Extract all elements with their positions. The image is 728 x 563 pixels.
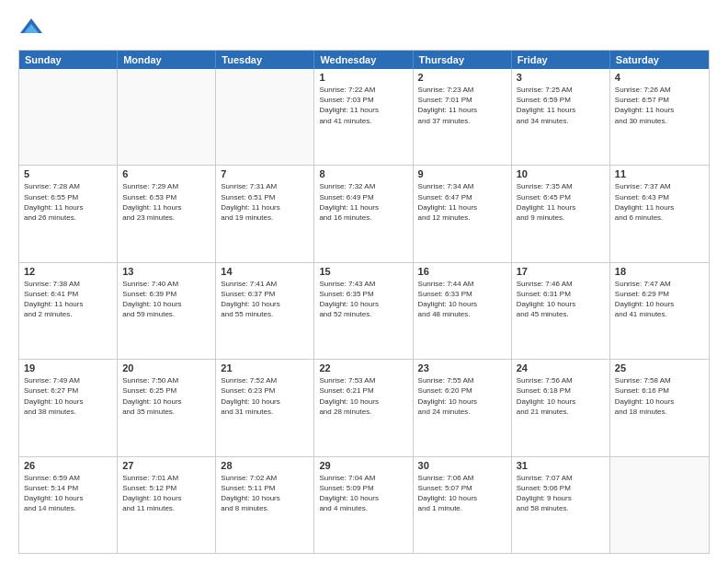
calendar-row: 5Sunrise: 7:28 AM Sunset: 6:55 PM Daylig… (19, 165, 709, 261)
cell-info: Sunrise: 7:38 AM Sunset: 6:41 PM Dayligh… (24, 279, 112, 320)
calendar-cell: 4Sunrise: 7:26 AM Sunset: 6:57 PM Daylig… (610, 69, 709, 165)
cell-info: Sunrise: 7:31 AM Sunset: 6:51 PM Dayligh… (221, 181, 309, 223)
page: SundayMondayTuesdayWednesdayThursdayFrid… (0, 0, 728, 563)
day-number: 15 (319, 266, 407, 277)
cell-info: Sunrise: 7:52 AM Sunset: 6:23 PM Dayligh… (221, 375, 309, 417)
day-number: 30 (418, 460, 506, 471)
calendar-cell: 13Sunrise: 7:40 AM Sunset: 6:39 PM Dayli… (118, 263, 216, 359)
calendar-cell: 7Sunrise: 7:31 AM Sunset: 6:51 PM Daylig… (216, 166, 314, 261)
calendar-cell: 31Sunrise: 7:07 AM Sunset: 5:06 PM Dayli… (512, 457, 610, 553)
day-number: 12 (24, 266, 112, 277)
day-number: 7 (221, 168, 309, 179)
cell-info: Sunrise: 7:47 AM Sunset: 6:29 PM Dayligh… (615, 279, 704, 320)
calendar-cell: 29Sunrise: 7:04 AM Sunset: 5:09 PM Dayli… (314, 457, 413, 553)
cell-info: Sunrise: 7:02 AM Sunset: 5:11 PM Dayligh… (221, 473, 309, 514)
day-number: 22 (319, 362, 407, 373)
calendar-header: SundayMondayTuesdayWednesdayThursdayFrid… (19, 51, 709, 69)
day-number: 6 (122, 168, 210, 179)
calendar-row: 12Sunrise: 7:38 AM Sunset: 6:41 PM Dayli… (19, 262, 709, 359)
day-number: 25 (615, 362, 704, 373)
weekday-header: Sunday (19, 51, 118, 69)
calendar: SundayMondayTuesdayWednesdayThursdayFrid… (18, 50, 710, 554)
calendar-cell: 5Sunrise: 7:28 AM Sunset: 6:55 PM Daylig… (19, 166, 118, 261)
cell-info: Sunrise: 7:46 AM Sunset: 6:31 PM Dayligh… (517, 279, 605, 320)
day-number: 21 (221, 362, 309, 373)
calendar-cell: 23Sunrise: 7:55 AM Sunset: 6:20 PM Dayli… (414, 360, 512, 455)
calendar-row: 19Sunrise: 7:49 AM Sunset: 6:27 PM Dayli… (19, 359, 709, 455)
day-number: 8 (319, 168, 407, 179)
cell-info: Sunrise: 7:44 AM Sunset: 6:33 PM Dayligh… (418, 279, 506, 320)
calendar-cell: 20Sunrise: 7:50 AM Sunset: 6:25 PM Dayli… (118, 360, 216, 455)
calendar-cell: 30Sunrise: 7:06 AM Sunset: 5:07 PM Dayli… (414, 457, 512, 553)
calendar-cell: 22Sunrise: 7:53 AM Sunset: 6:21 PM Dayli… (314, 360, 413, 455)
cell-info: Sunrise: 7:23 AM Sunset: 7:01 PM Dayligh… (418, 85, 506, 126)
day-number: 14 (221, 266, 309, 277)
calendar-cell: 24Sunrise: 7:56 AM Sunset: 6:18 PM Dayli… (512, 360, 610, 455)
day-number: 2 (418, 72, 506, 83)
calendar-cell: 12Sunrise: 7:38 AM Sunset: 6:41 PM Dayli… (19, 263, 118, 359)
day-number: 16 (418, 266, 506, 277)
day-number: 27 (122, 460, 210, 471)
day-number: 29 (319, 460, 407, 471)
calendar-cell: 17Sunrise: 7:46 AM Sunset: 6:31 PM Dayli… (512, 263, 610, 359)
cell-info: Sunrise: 7:37 AM Sunset: 6:43 PM Dayligh… (615, 181, 704, 223)
calendar-cell: 21Sunrise: 7:52 AM Sunset: 6:23 PM Dayli… (216, 360, 314, 455)
calendar-cell: 28Sunrise: 7:02 AM Sunset: 5:11 PM Dayli… (216, 457, 314, 553)
cell-info: Sunrise: 7:56 AM Sunset: 6:18 PM Dayligh… (517, 375, 605, 417)
calendar-cell: 27Sunrise: 7:01 AM Sunset: 5:12 PM Dayli… (118, 457, 216, 553)
calendar-cell (610, 457, 709, 553)
header (18, 15, 710, 40)
day-number: 24 (517, 362, 605, 373)
cell-info: Sunrise: 7:22 AM Sunset: 7:03 PM Dayligh… (319, 85, 407, 126)
day-number: 23 (418, 362, 506, 373)
calendar-cell: 6Sunrise: 7:29 AM Sunset: 6:53 PM Daylig… (118, 166, 216, 261)
day-number: 26 (24, 460, 112, 471)
cell-info: Sunrise: 7:07 AM Sunset: 5:06 PM Dayligh… (517, 473, 605, 514)
day-number: 20 (122, 362, 210, 373)
cell-info: Sunrise: 7:06 AM Sunset: 5:07 PM Dayligh… (418, 473, 506, 514)
calendar-cell: 18Sunrise: 7:47 AM Sunset: 6:29 PM Dayli… (610, 263, 709, 359)
logo (18, 15, 48, 40)
day-number: 17 (517, 266, 605, 277)
calendar-cell: 14Sunrise: 7:41 AM Sunset: 6:37 PM Dayli… (216, 263, 314, 359)
calendar-cell: 1Sunrise: 7:22 AM Sunset: 7:03 PM Daylig… (314, 69, 413, 165)
calendar-cell: 25Sunrise: 7:58 AM Sunset: 6:16 PM Dayli… (610, 360, 709, 455)
calendar-cell: 3Sunrise: 7:25 AM Sunset: 6:59 PM Daylig… (512, 69, 610, 165)
day-number: 9 (418, 168, 506, 179)
cell-info: Sunrise: 7:49 AM Sunset: 6:27 PM Dayligh… (24, 375, 112, 417)
weekday-header: Friday (512, 51, 610, 69)
calendar-cell: 19Sunrise: 7:49 AM Sunset: 6:27 PM Dayli… (19, 360, 118, 455)
weekday-header: Thursday (414, 51, 512, 69)
day-number: 19 (24, 362, 112, 373)
cell-info: Sunrise: 7:53 AM Sunset: 6:21 PM Dayligh… (319, 375, 407, 417)
cell-info: Sunrise: 7:43 AM Sunset: 6:35 PM Dayligh… (319, 279, 407, 320)
weekday-header: Tuesday (216, 51, 314, 69)
cell-info: Sunrise: 7:34 AM Sunset: 6:47 PM Dayligh… (418, 181, 506, 223)
day-number: 1 (319, 72, 407, 83)
cell-info: Sunrise: 6:59 AM Sunset: 5:14 PM Dayligh… (24, 473, 112, 514)
calendar-cell: 10Sunrise: 7:35 AM Sunset: 6:45 PM Dayli… (512, 166, 610, 261)
cell-info: Sunrise: 7:40 AM Sunset: 6:39 PM Dayligh… (122, 279, 210, 320)
logo-icon (18, 15, 44, 40)
day-number: 28 (221, 460, 309, 471)
cell-info: Sunrise: 7:04 AM Sunset: 5:09 PM Dayligh… (319, 473, 407, 514)
day-number: 4 (615, 72, 704, 83)
calendar-cell (118, 69, 216, 165)
cell-info: Sunrise: 7:35 AM Sunset: 6:45 PM Dayligh… (517, 181, 605, 223)
calendar-cell: 9Sunrise: 7:34 AM Sunset: 6:47 PM Daylig… (414, 166, 512, 261)
calendar-cell (19, 69, 118, 165)
calendar-cell: 15Sunrise: 7:43 AM Sunset: 6:35 PM Dayli… (314, 263, 413, 359)
calendar-body: 1Sunrise: 7:22 AM Sunset: 7:03 PM Daylig… (19, 69, 709, 553)
day-number: 11 (615, 168, 704, 179)
calendar-cell: 11Sunrise: 7:37 AM Sunset: 6:43 PM Dayli… (610, 166, 709, 261)
calendar-cell: 26Sunrise: 6:59 AM Sunset: 5:14 PM Dayli… (19, 457, 118, 553)
weekday-header: Saturday (610, 51, 709, 69)
day-number: 5 (24, 168, 112, 179)
cell-info: Sunrise: 7:29 AM Sunset: 6:53 PM Dayligh… (122, 181, 210, 223)
calendar-cell (216, 69, 314, 165)
weekday-header: Monday (118, 51, 216, 69)
calendar-cell: 2Sunrise: 7:23 AM Sunset: 7:01 PM Daylig… (414, 69, 512, 165)
cell-info: Sunrise: 7:32 AM Sunset: 6:49 PM Dayligh… (319, 181, 407, 223)
day-number: 10 (517, 168, 605, 179)
cell-info: Sunrise: 7:01 AM Sunset: 5:12 PM Dayligh… (122, 473, 210, 514)
